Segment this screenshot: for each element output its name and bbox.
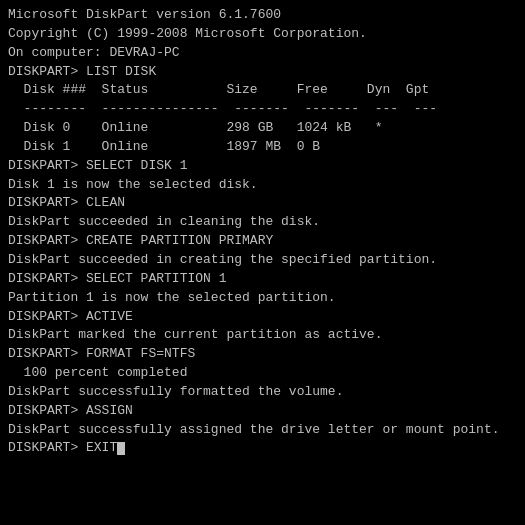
list-disk-cmd: DISKPART> LIST DISK: [8, 63, 517, 82]
clean-result: DiskPart succeeded in cleaning the disk.: [8, 213, 517, 232]
clean-cmd: DISKPART> CLEAN: [8, 194, 517, 213]
computer-line: On computer: DEVRAJ-PC: [8, 44, 517, 63]
disk-divider: -------- --------------- ------- -------…: [8, 100, 517, 119]
disk1: Disk 1 Online 1897 MB 0 B: [8, 138, 517, 157]
cursor: [117, 442, 125, 455]
version-line: Microsoft DiskPart version 6.1.7600: [8, 6, 517, 25]
active-cmd: DISKPART> ACTIVE: [8, 308, 517, 327]
copyright-line: Copyright (C) 1999-2008 Microsoft Corpor…: [8, 25, 517, 44]
create-cmd: DISKPART> CREATE PARTITION PRIMARY: [8, 232, 517, 251]
terminal-window: Microsoft DiskPart version 6.1.7600Copyr…: [0, 0, 525, 525]
select-disk-cmd: DISKPART> SELECT DISK 1: [8, 157, 517, 176]
disk-header: Disk ### Status Size Free Dyn Gpt: [8, 81, 517, 100]
select-disk-result: Disk 1 is now the selected disk.: [8, 176, 517, 195]
assign-result: DiskPart successfully assigned the drive…: [8, 421, 517, 440]
format-cmd: DISKPART> FORMAT FS=NTFS: [8, 345, 517, 364]
active-result: DiskPart marked the current partition as…: [8, 326, 517, 345]
format-progress: 100 percent completed: [8, 364, 517, 383]
select-part-result: Partition 1 is now the selected partitio…: [8, 289, 517, 308]
create-result: DiskPart succeeded in creating the speci…: [8, 251, 517, 270]
assign-cmd: DISKPART> ASSIGN: [8, 402, 517, 421]
exit-cmd: DISKPART> EXIT: [8, 439, 517, 458]
select-part-cmd: DISKPART> SELECT PARTITION 1: [8, 270, 517, 289]
disk0: Disk 0 Online 298 GB 1024 kB *: [8, 119, 517, 138]
format-result: DiskPart successfully formatted the volu…: [8, 383, 517, 402]
